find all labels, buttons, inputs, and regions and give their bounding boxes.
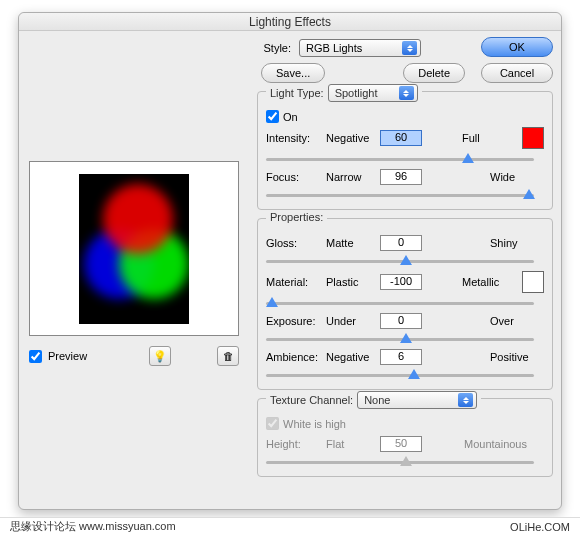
cancel-label: Cancel: [500, 67, 534, 79]
exposure-value[interactable]: 0: [380, 313, 422, 329]
gloss-value[interactable]: 0: [380, 235, 422, 251]
material-slider[interactable]: [266, 297, 534, 309]
ambience-left: Negative: [326, 351, 380, 363]
trash-icon: 🗑: [223, 350, 234, 362]
properties-legend: Properties:: [266, 211, 327, 223]
dialog-content: OK Cancel Style: RGB Lights Save... Dele…: [19, 31, 561, 509]
ambience-slider[interactable]: [266, 369, 534, 381]
exposure-label: Exposure:: [266, 315, 326, 327]
chevron-updown-icon: [399, 86, 414, 100]
chevron-updown-icon: [458, 393, 473, 407]
exposure-right: Over: [490, 315, 544, 327]
texture-channel-select[interactable]: None: [357, 391, 477, 409]
focus-right: Wide: [490, 171, 544, 183]
gloss-left: Matte: [326, 237, 380, 249]
delete-light-button[interactable]: 🗑: [217, 346, 239, 366]
add-light-button[interactable]: 💡: [149, 346, 171, 366]
material-right: Metallic: [462, 276, 516, 288]
gloss-slider[interactable]: [266, 255, 534, 267]
light-color-swatch[interactable]: [522, 127, 544, 149]
material-value[interactable]: -100: [380, 274, 422, 290]
right-column: OK Cancel Style: RGB Lights Save... Dele…: [257, 37, 553, 477]
exposure-slider[interactable]: [266, 333, 534, 345]
material-label: Material:: [266, 276, 326, 288]
texture-legend: Texture Channel:: [270, 394, 353, 406]
focus-label: Focus:: [266, 171, 326, 183]
intensity-slider[interactable]: [266, 153, 534, 165]
height-value: 50: [380, 436, 422, 452]
intensity-left: Negative: [326, 132, 380, 144]
style-select[interactable]: RGB Lights: [299, 39, 421, 57]
intensity-label: Intensity:: [266, 132, 326, 144]
left-column: Preview 💡 🗑: [29, 161, 249, 366]
white-is-high-checkbox: [266, 417, 279, 430]
delete-button[interactable]: Delete: [403, 63, 465, 83]
light-type-group: Light Type: Spotlight On Intensity: Nega…: [257, 91, 553, 210]
light-type-value: Spotlight: [335, 87, 378, 99]
intensity-right: Full: [462, 132, 516, 144]
style-label: Style:: [257, 42, 291, 54]
properties-group: Properties: Gloss: Matte 0 Shiny Materia…: [257, 218, 553, 390]
height-right: Mountainous: [464, 438, 544, 450]
ok-label: OK: [509, 41, 525, 53]
light-type-select[interactable]: Spotlight: [328, 84, 418, 102]
ambience-right: Positive: [490, 351, 544, 363]
save-button[interactable]: Save...: [261, 63, 325, 83]
light-type-legend: Light Type:: [270, 87, 324, 99]
preview-area[interactable]: [29, 161, 239, 336]
style-value: RGB Lights: [306, 42, 362, 54]
exposure-left: Under: [326, 315, 380, 327]
focus-slider[interactable]: [266, 189, 534, 201]
height-left: Flat: [326, 438, 380, 450]
ok-button[interactable]: OK: [481, 37, 553, 57]
window-title: Lighting Effects: [19, 13, 561, 31]
material-left: Plastic: [326, 276, 380, 288]
gloss-label: Gloss:: [266, 237, 326, 249]
focus-value[interactable]: 96: [380, 169, 422, 185]
page-footer: 思缘设计论坛 www.missyuan.com OLiHe.COM: [0, 517, 580, 535]
lightbulb-icon: 💡: [153, 350, 167, 363]
ambience-value[interactable]: 6: [380, 349, 422, 365]
ambient-color-swatch[interactable]: [522, 271, 544, 293]
cancel-button[interactable]: Cancel: [481, 63, 553, 83]
height-slider: [266, 456, 534, 468]
height-label: Height:: [266, 438, 326, 450]
save-label: Save...: [276, 67, 310, 79]
texture-group: Texture Channel: None White is high Heig…: [257, 398, 553, 477]
ambience-label: Ambience:: [266, 351, 326, 363]
gloss-right: Shiny: [490, 237, 544, 249]
footer-left: 思缘设计论坛 www.missyuan.com: [10, 519, 176, 534]
footer-right: OLiHe.COM: [510, 521, 570, 533]
on-label: On: [283, 111, 298, 123]
preview-label: Preview: [48, 350, 87, 362]
dialog-window: Lighting Effects OK Cancel Style: RGB Li…: [18, 12, 562, 510]
dialog-action-buttons: OK Cancel: [481, 37, 553, 83]
delete-label: Delete: [418, 67, 450, 79]
preview-checkbox[interactable]: [29, 350, 42, 363]
red-light-blob: [103, 184, 173, 254]
preview-image: [79, 174, 189, 324]
intensity-value[interactable]: 60: [380, 130, 422, 146]
texture-value: None: [364, 394, 390, 406]
focus-left: Narrow: [326, 171, 380, 183]
chevron-updown-icon: [402, 41, 417, 55]
on-checkbox[interactable]: [266, 110, 279, 123]
white-is-high-label: White is high: [283, 418, 346, 430]
